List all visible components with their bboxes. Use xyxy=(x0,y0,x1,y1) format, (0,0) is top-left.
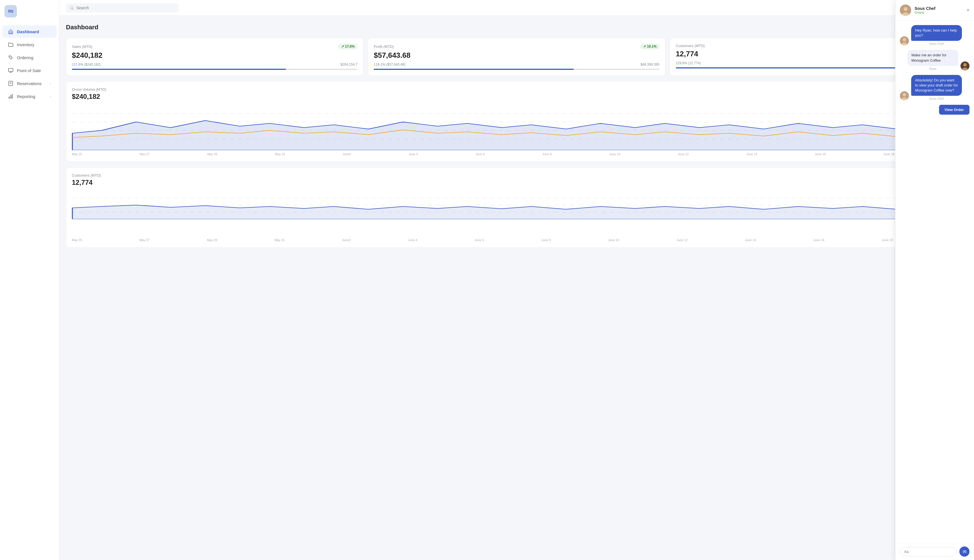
sidebar-item-ordering[interactable]: Ordering xyxy=(2,51,57,64)
chart-date-label: June2 xyxy=(343,152,351,156)
customers-chart-label: Customers (MTD) xyxy=(72,173,961,177)
chart-date-label: June2 xyxy=(342,238,350,242)
chart-date-label: June 8 xyxy=(541,238,551,242)
sidebar-item-reservations[interactable]: Reservations› xyxy=(2,77,57,90)
msg-bubble-1: Make me an order for Monogram Coffee xyxy=(907,50,958,66)
stat-badge-0: ↗ 17.6% xyxy=(339,44,357,49)
pos-nav-icon xyxy=(8,68,13,73)
chart-date-label: June 8 xyxy=(542,152,552,156)
stat-header-0: Sales (MTD) ↗ 17.6% xyxy=(72,44,357,49)
gross-chart-label: Gross Volume (MTD) xyxy=(72,87,961,92)
svg-rect-10 xyxy=(12,94,13,98)
sidebar-item-inventory[interactable]: Inventory xyxy=(2,38,57,51)
stat-label-0: Sales (MTD) xyxy=(72,45,92,49)
customers-chart-card: Customers (MTD) 12,774 May 25May 27May 2… xyxy=(66,167,967,248)
customers-chart-dates: May 25May 27May 29May 31June2June 4June … xyxy=(72,238,961,242)
svg-rect-9 xyxy=(10,95,11,98)
logo: RS xyxy=(5,5,17,17)
customers-chart-area xyxy=(72,191,961,236)
chart-date-label: May 29 xyxy=(207,238,217,242)
view-order-button[interactable]: View Order xyxy=(939,105,969,115)
chart-date-label: June 16 xyxy=(815,152,826,156)
search-input[interactable] xyxy=(77,6,175,10)
page-header: Dashboard Select xyxy=(66,23,967,32)
svg-point-1 xyxy=(10,56,10,57)
stat-footer-right-0: $204,154.7 xyxy=(340,63,357,67)
search-wrap[interactable] xyxy=(66,3,178,12)
svg-point-27 xyxy=(963,63,967,67)
gross-chart-value: $240,182 xyxy=(72,93,961,100)
chart-date-label: June 6 xyxy=(475,152,485,156)
msg-bubble-0: Hey Ryan, how can I help you? xyxy=(911,25,962,41)
sidebar: RS DashboardInventoryOrderingPoint of Sa… xyxy=(0,0,59,560)
msg-avatar-0 xyxy=(900,36,909,45)
chat-messages: Hey Ryan, how can I help you? Sous Chef … xyxy=(896,20,974,543)
chat-agent-info: Sous Chef Online xyxy=(914,6,936,15)
chart-date-label: June 10 xyxy=(608,238,619,242)
message-row-0: Hey Ryan, how can I help you? Sous Chef xyxy=(900,25,969,45)
chart-date-label: June 14 xyxy=(746,152,757,156)
dashboard-nav-icon xyxy=(8,29,13,34)
chart-date-label: May 29 xyxy=(207,152,217,156)
chart-date-label: June 16 xyxy=(813,238,824,242)
chart-date-label: June 10 xyxy=(609,152,620,156)
chat-agent-name: Sous Chef xyxy=(914,6,936,11)
chat-panel: Sous Chef Online × Hey Ryan, how can I h… xyxy=(895,0,974,560)
chat-agent-avatar xyxy=(900,5,911,16)
chart-date-label: June 12 xyxy=(678,152,689,156)
stat-value-0: $240,182 xyxy=(72,51,357,60)
chat-agent-status: Online xyxy=(914,11,936,15)
stat-footer-1: 119.1% ($57,643.68) $48,399.395 xyxy=(374,63,659,67)
sidebar-item-pos[interactable]: Point of Sale xyxy=(2,64,57,77)
gross-volume-chart-card: Gross Volume (MTD) $240,182 May 25May 27… xyxy=(66,82,967,162)
msg-avatar-2 xyxy=(900,91,909,100)
stat-bar-fill-0 xyxy=(72,69,286,70)
sidebar-label-ordering: Ordering xyxy=(17,55,33,60)
reservations-nav-icon xyxy=(8,80,13,86)
main-area: 🔔 R Dashboard Select Sales (MTD) ↗ 17.6%… xyxy=(59,0,974,560)
svg-point-24 xyxy=(903,38,906,42)
logo-area: RS xyxy=(0,0,59,23)
sidebar-item-reporting[interactable]: Reporting› xyxy=(2,90,57,103)
msg-bubble-2: Absolutely! Do you want to view your dra… xyxy=(911,75,962,96)
stat-cards: Sales (MTD) ↗ 17.6% $240,182 117.6% ($24… xyxy=(66,38,967,76)
gross-chart-area xyxy=(72,105,961,150)
view-order-row: View Order xyxy=(900,105,969,115)
stat-footer-left-0: 117.6% ($240,182) xyxy=(72,63,101,67)
sidebar-label-pos: Point of Sale xyxy=(17,68,41,73)
chart-date-label: June 18 xyxy=(882,238,893,242)
msg-name-0: Sous Chef xyxy=(911,42,962,45)
svg-rect-0 xyxy=(10,32,12,34)
svg-line-12 xyxy=(73,8,73,9)
chat-close-button[interactable]: × xyxy=(966,7,969,13)
stat-card-1: Profit (MTD) ↗ 19.1% $57,643.68 119.1% (… xyxy=(368,38,665,76)
chart-date-label: June 12 xyxy=(676,238,687,242)
customers-chart-value: 12,774 xyxy=(72,178,961,187)
chat-input[interactable] xyxy=(900,547,957,556)
sidebar-label-inventory: Inventory xyxy=(17,42,34,47)
search-icon xyxy=(70,6,74,10)
stat-bar-fill-1 xyxy=(374,69,574,70)
stat-value-1: $57,643.68 xyxy=(374,51,659,60)
sidebar-label-dashboard: Dashboard xyxy=(17,29,39,34)
stat-bar-fill-2 xyxy=(676,67,904,68)
stat-label-1: Profit (MTD) xyxy=(374,45,394,49)
chart-date-label: May 25 xyxy=(72,152,82,156)
sidebar-item-dashboard[interactable]: Dashboard xyxy=(2,25,57,38)
chat-header: Sous Chef Online × xyxy=(896,0,974,20)
sidebar-label-reporting: Reporting xyxy=(17,94,35,99)
stat-card-0: Sales (MTD) ↗ 17.6% $240,182 117.6% ($24… xyxy=(66,38,363,76)
page-title: Dashboard xyxy=(66,24,98,31)
svg-rect-8 xyxy=(9,97,10,98)
chat-send-button[interactable]: ✉ xyxy=(959,547,969,557)
chart-date-label: May 27 xyxy=(140,238,150,242)
send-icon: ✉ xyxy=(963,549,966,554)
stat-footer-0: 117.6% ($240,182) $204,154.7 xyxy=(72,63,357,67)
chart-date-label: June 4 xyxy=(409,152,418,156)
stat-bar-1 xyxy=(374,69,659,70)
gross-chart-dates: May 25May 27May 29May 31June2June 4June … xyxy=(72,152,961,156)
stat-header-1: Profit (MTD) ↗ 19.1% xyxy=(374,44,659,49)
chart-date-label: June 4 xyxy=(408,238,417,242)
content-area: Dashboard Select Sales (MTD) ↗ 17.6% $24… xyxy=(59,16,974,560)
stat-footer-left-1: 119.1% ($57,643.68) xyxy=(374,63,405,67)
